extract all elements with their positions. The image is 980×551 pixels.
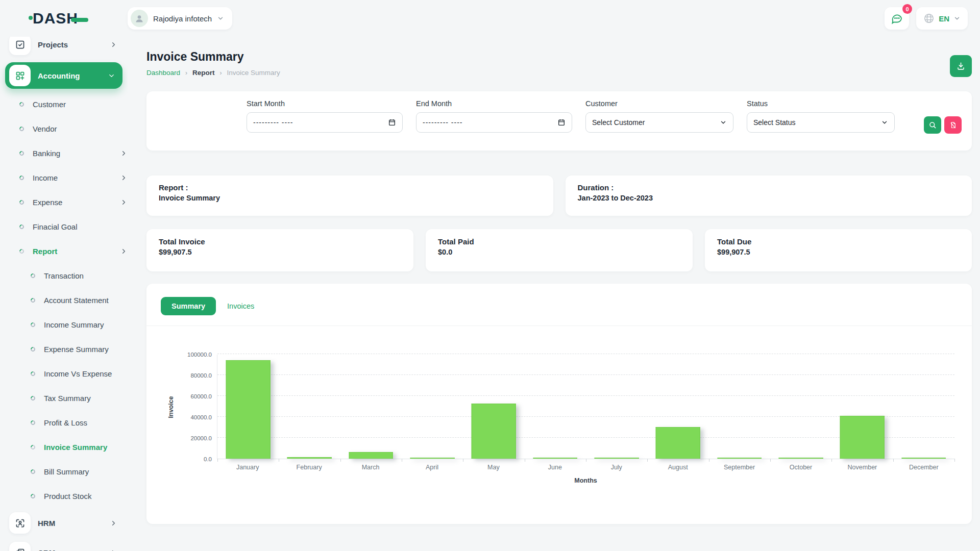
bullet-dot-icon xyxy=(30,493,36,499)
sidebar-item-label: Report xyxy=(33,247,57,256)
download-button[interactable] xyxy=(950,55,972,77)
sidebar-item-account-statement[interactable]: Account Statement xyxy=(0,288,128,312)
sidebar-item-crm[interactable]: CRM xyxy=(0,538,128,551)
sidebar-item-product-stock[interactable]: Product Stock xyxy=(0,484,128,508)
x-tick-label: December xyxy=(893,464,954,471)
chevron-right-icon xyxy=(120,247,128,255)
y-tick-label: 80000.0 xyxy=(190,372,212,379)
sidebar-item-accounting[interactable]: Accounting xyxy=(5,62,122,89)
x-axis-labels: JanuaryFebruaryMarchAprilMayJuneJulyAugu… xyxy=(217,464,954,471)
tab-summary[interactable]: Summary xyxy=(161,297,216,315)
sidebar-item-label: Tax Summary xyxy=(44,394,91,403)
status-select[interactable]: Select Status xyxy=(747,112,895,133)
band-august xyxy=(647,355,708,459)
reset-filter-button[interactable] xyxy=(944,116,962,134)
x-tick-label: August xyxy=(647,464,708,471)
sidebar-item-expense[interactable]: Expense xyxy=(0,190,128,214)
end-month-input[interactable]: --------- ---- xyxy=(416,112,572,133)
x-tick-label: June xyxy=(524,464,585,471)
apply-filter-button[interactable] xyxy=(924,116,941,134)
y-tick-label: 60000.0 xyxy=(190,393,212,399)
bullet-dot-icon xyxy=(30,272,36,279)
sidebar-item-income-summary[interactable]: Income Summary xyxy=(0,312,128,337)
bullet-dot-icon xyxy=(18,150,25,157)
sidebar-item-bill-summary[interactable]: Bill Summary xyxy=(0,459,128,484)
grid-plus-icon xyxy=(9,65,31,86)
workspace-selector[interactable]: Rajodiya infotech xyxy=(128,7,232,30)
report-value: Invoice Summary xyxy=(159,194,541,202)
chevron-down-icon xyxy=(108,72,115,80)
sidebar-item-label: Bill Summary xyxy=(44,467,89,476)
x-tick-label: October xyxy=(770,464,831,471)
language-code: EN xyxy=(939,14,949,23)
bullet-dot-icon xyxy=(30,468,36,475)
logo-dot-icon xyxy=(29,16,33,20)
stat-value: $99,907.5 xyxy=(717,248,960,256)
language-selector[interactable]: EN xyxy=(916,7,968,30)
sidebar-item-label: Profit & Loss xyxy=(44,418,87,427)
chevron-right-icon xyxy=(110,519,117,527)
chevron-right-icon xyxy=(120,174,128,182)
sidebar-item-label: Income Vs Expense xyxy=(44,369,112,378)
x-axis-tick xyxy=(647,459,648,462)
bar-october xyxy=(779,458,823,459)
x-tick-label: July xyxy=(586,464,647,471)
sidebar-item-label: Projects xyxy=(38,40,68,49)
x-axis-tick xyxy=(954,459,955,462)
x-tick-label: January xyxy=(217,464,278,471)
band-july xyxy=(586,355,647,459)
customer-select[interactable]: Select Customer xyxy=(585,112,733,133)
stat-label: Total Invoice xyxy=(159,237,401,246)
sidebar-item-label: Income xyxy=(33,173,58,182)
sidebar-item-hrm[interactable]: HRM xyxy=(0,508,128,538)
breadcrumb-report[interactable]: Report xyxy=(192,69,215,77)
sidebar-item-projects[interactable]: Projects xyxy=(0,37,128,59)
sidebar-item-customer[interactable]: Customer xyxy=(0,92,128,116)
sidebar-item-income-vs-expense[interactable]: Income Vs Expense xyxy=(0,361,128,386)
band-january xyxy=(217,355,279,459)
sidebar-item-banking[interactable]: Banking xyxy=(0,141,128,165)
band-june xyxy=(525,355,586,459)
sidebar-item-income[interactable]: Income xyxy=(0,165,128,190)
start-month-input[interactable]: --------- ---- xyxy=(247,112,403,133)
sidebar-item-profit-loss[interactable]: Profit & Loss xyxy=(0,410,128,435)
sidebar-item-label: Income Summary xyxy=(44,320,104,329)
breadcrumb: Dashboard › Report › Invoice Summary xyxy=(146,69,280,77)
sidebar-item-tax-summary[interactable]: Tax Summary xyxy=(0,386,128,410)
bar-september xyxy=(717,458,762,459)
breadcrumb-dashboard[interactable]: Dashboard xyxy=(146,69,180,77)
stat-label: Total Paid xyxy=(438,237,680,246)
sidebar-item-label: Expense xyxy=(33,198,62,207)
page-title: Invoice Summary xyxy=(146,50,280,64)
sidebar-item-label: Customer xyxy=(33,100,66,109)
message-count-badge: 0 xyxy=(902,4,912,14)
squares-icon xyxy=(9,542,31,551)
sidebar-item-transaction[interactable]: Transaction xyxy=(0,263,128,288)
breadcrumb-current: Invoice Summary xyxy=(227,69,280,77)
download-icon xyxy=(956,61,966,71)
sidebar-item-label: Accounting xyxy=(38,71,80,80)
x-axis-tick xyxy=(770,459,771,462)
sidebar-item-finacial-goal[interactable]: Finacial Goal xyxy=(0,214,128,239)
sidebar-item-vendor[interactable]: Vendor xyxy=(0,116,128,141)
bar-december xyxy=(901,458,946,459)
bars-container xyxy=(217,355,954,459)
bullet-dot-icon xyxy=(18,199,25,206)
sidebar-item-invoice-summary[interactable]: Invoice Summary xyxy=(0,435,128,459)
x-axis-tick xyxy=(463,459,463,462)
tab-invoices[interactable]: Invoices xyxy=(227,302,254,310)
report-label: Report : xyxy=(159,183,541,192)
chevron-down-icon xyxy=(217,15,224,22)
sidebar-item-label: Expense Summary xyxy=(44,345,109,354)
chart-panel: Summary Invoices Invoice 0.020000.040000… xyxy=(146,284,972,524)
band-april xyxy=(402,355,463,459)
x-axis-tick xyxy=(831,459,832,462)
x-axis-tick xyxy=(525,459,525,462)
messages-button[interactable]: 0 xyxy=(885,7,909,30)
sidebar-item-expense-summary[interactable]: Expense Summary xyxy=(0,337,128,361)
total-due-card: Total Due $99,907.5 xyxy=(705,229,972,271)
main-content: Invoice Summary Dashboard › Report › Inv… xyxy=(128,37,980,551)
sidebar-item-report[interactable]: Report xyxy=(0,239,128,263)
stat-label: Total Due xyxy=(717,237,960,246)
sidebar-item-label: CRM xyxy=(38,548,55,551)
